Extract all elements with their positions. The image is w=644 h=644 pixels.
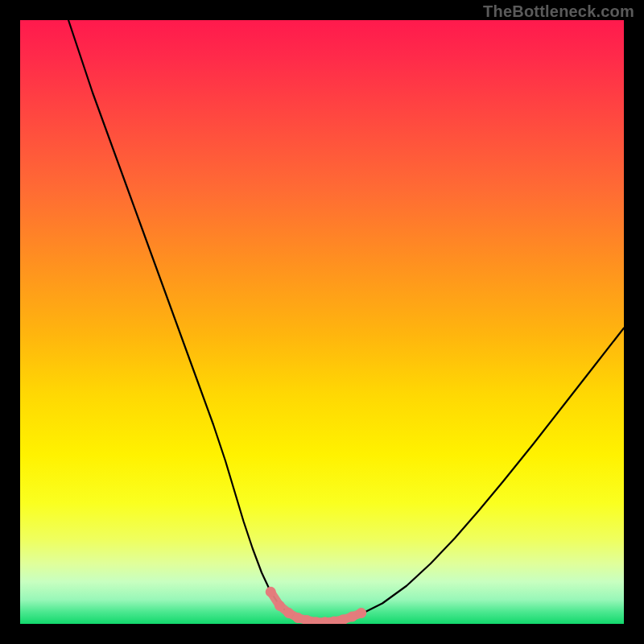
optimal-range-marker bbox=[347, 612, 357, 622]
optimal-range-marker bbox=[283, 608, 294, 618]
optimal-range-marker bbox=[275, 601, 285, 611]
bottleneck-curve bbox=[68, 20, 624, 622]
optimal-range-marker bbox=[356, 608, 366, 618]
optimal-range-marker bbox=[266, 587, 276, 597]
plot-area bbox=[20, 20, 624, 624]
watermark-text: TheBottleneck.com bbox=[483, 2, 634, 21]
optimal-range-marker bbox=[293, 613, 303, 623]
curve-layer bbox=[20, 20, 624, 624]
chart-frame: TheBottleneck.com bbox=[0, 0, 644, 644]
